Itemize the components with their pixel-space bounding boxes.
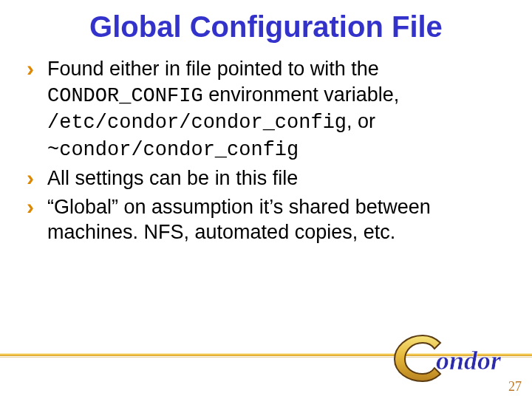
code-text: /etc/condor/condor_config	[47, 112, 347, 134]
code-text: CONDOR_CONFIG	[47, 85, 203, 107]
bullet-item: All settings can be in this file	[27, 166, 517, 191]
body-text: , or	[347, 110, 375, 132]
slide-title: Global Configuration File	[0, 0, 532, 43]
logo-c-icon	[395, 335, 440, 381]
slide-body: Found either in file pointed to with the…	[0, 43, 532, 245]
bullet-list: Found either in file pointed to with the…	[27, 56, 517, 245]
body-text: environment variable,	[203, 83, 400, 106]
slide: Global Configuration File Found either i…	[0, 0, 532, 399]
bullet-item: “Global” on assumption it’s shared betwe…	[27, 194, 517, 245]
page-number: 27	[508, 379, 522, 395]
code-text: ~condor/condor_config	[47, 139, 299, 161]
body-text: All settings can be in this file	[47, 167, 298, 189]
bullet-item: Found either in file pointed to with the…	[27, 56, 517, 163]
body-text: Found either in file pointed to with the	[47, 58, 379, 80]
condor-logo: ondor	[386, 327, 526, 386]
logo-text: ondor	[436, 346, 502, 375]
body-text: “Global” on assumption it’s shared betwe…	[47, 196, 431, 244]
